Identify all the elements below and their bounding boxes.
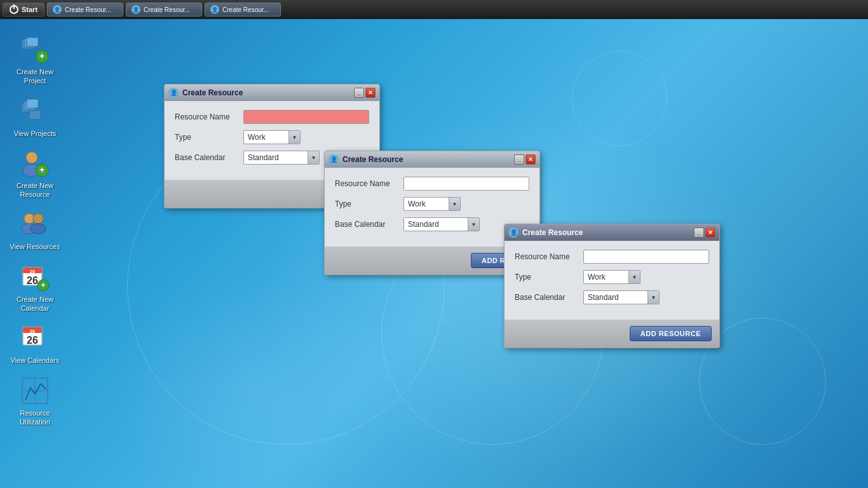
window-1-calendar-select[interactable]: Standard ▼ xyxy=(243,151,320,165)
taskbar-btn-2-label: Create Resour... xyxy=(144,6,190,13)
window-3-body: Resource Name Type Work ▼ Base Calendar … xyxy=(505,241,719,320)
window-2-calendar-select[interactable]: Standard ▼ xyxy=(403,217,480,231)
window-3-titlebar[interactable]: 👤 Create Resource _ ✕ xyxy=(505,224,719,241)
window-3-calendar-select[interactable]: Standard ▼ xyxy=(583,290,660,304)
window-1-calendar-label: Base Calendar xyxy=(175,153,238,162)
sidebar-item-create-new-calendar[interactable]: 26 26 + Create NewCalendar xyxy=(6,259,64,316)
svg-point-16 xyxy=(31,224,46,234)
window-1-controls: _ ✕ xyxy=(354,88,376,98)
window-1-resource-name-row: Resource Name xyxy=(175,110,369,124)
resource-utilization-label: ResourceUtilization xyxy=(20,409,50,427)
window-2-type-label: Type xyxy=(335,200,398,208)
resource-utilization-icon xyxy=(20,376,50,406)
create-new-calendar-label: Create NewCalendar xyxy=(17,295,53,313)
window-3-calendar-value: Standard xyxy=(584,292,648,303)
sidebar-item-create-new-resource[interactable]: + Create NewResource xyxy=(6,146,64,202)
window-3-type-select[interactable]: Work ▼ xyxy=(583,270,641,284)
window-1-title: Create Resource xyxy=(182,88,350,97)
create-new-resource-label: Create NewResource xyxy=(17,181,53,200)
view-calendars-icon: 26 26 xyxy=(20,323,50,353)
create-new-calendar-icon: 26 26 + xyxy=(20,262,50,292)
window-3-type-value: Work xyxy=(584,271,628,283)
window-1-calendar-value: Standard xyxy=(244,152,308,163)
window-2-type-value: Work xyxy=(404,198,449,210)
window-1-resource-name-input[interactable] xyxy=(243,110,369,124)
window-3-resource-name-input[interactable] xyxy=(583,250,709,264)
create-new-project-label: Create NewProject xyxy=(17,67,53,86)
window-3-type-row: Type Work ▼ xyxy=(515,270,709,284)
taskbar-btn-1[interactable]: 👤 Create Resour... xyxy=(47,3,123,17)
window-1-type-label: Type xyxy=(175,133,238,142)
window-3-add-btn[interactable]: ADD RESOURCE xyxy=(630,326,712,341)
window-1-type-value: Work xyxy=(244,132,288,143)
view-projects-label: View Projects xyxy=(14,129,56,138)
window-2-type-arrow[interactable]: ▼ xyxy=(449,198,460,210)
create-new-resource-icon: + xyxy=(20,148,50,179)
window-1-resource-name-label: Resource Name xyxy=(175,112,238,121)
window-1-icon: 👤 xyxy=(168,88,179,98)
window-3-resource-name-label: Resource Name xyxy=(515,252,578,261)
view-projects-icon xyxy=(20,96,50,126)
power-icon xyxy=(10,5,18,14)
window-3-close[interactable]: ✕ xyxy=(705,227,715,238)
window-3-type-arrow[interactable]: ▼ xyxy=(628,271,640,283)
window-1-minimize[interactable]: _ xyxy=(354,88,364,98)
window-3-type-label: Type xyxy=(515,273,578,281)
view-calendars-label: View Calendars xyxy=(11,356,60,365)
svg-text:26: 26 xyxy=(30,329,35,334)
desktop: Start 👤 Create Resour... 👤 Create Resour… xyxy=(0,0,868,488)
window-2-calendar-label: Base Calendar xyxy=(335,220,398,229)
window-1-type-select[interactable]: Work ▼ xyxy=(243,130,301,144)
svg-text:+: + xyxy=(41,281,45,290)
window-3-title: Create Resource xyxy=(522,228,690,237)
window-1-type-row: Type Work ▼ xyxy=(175,130,369,144)
window-2-resource-name-label: Resource Name xyxy=(335,179,398,188)
window-3-footer: ADD RESOURCE xyxy=(505,320,719,348)
start-button[interactable]: Start xyxy=(3,3,44,17)
window-1-calendar-arrow[interactable]: ▼ xyxy=(308,151,319,164)
window-3-icon: 👤 xyxy=(508,227,519,238)
taskbar-icon-3: 👤 xyxy=(210,5,219,14)
window-1-close[interactable]: ✕ xyxy=(365,88,376,98)
start-label: Start xyxy=(22,6,37,13)
sidebar-item-view-calendars[interactable]: 26 26 View Calendars xyxy=(6,320,64,367)
window-2-resource-name-row: Resource Name xyxy=(335,177,529,191)
svg-text:+: + xyxy=(39,51,44,61)
window-3-minimize[interactable]: _ xyxy=(694,227,704,238)
taskbar-icon-1: 👤 xyxy=(53,5,62,14)
sidebar-item-view-projects[interactable]: View Projects xyxy=(6,93,64,140)
window-2-titlebar[interactable]: 👤 Create Resource _ ✕ xyxy=(325,151,539,168)
window-2-controls: _ ✕ xyxy=(514,154,536,165)
svg-rect-2 xyxy=(27,37,38,46)
window-3-calendar-row: Base Calendar Standard ▼ xyxy=(515,290,709,304)
taskbar-btn-2[interactable]: 👤 Create Resour... xyxy=(126,3,202,17)
window-2-calendar-arrow[interactable]: ▼ xyxy=(468,218,479,231)
window-2-calendar-row: Base Calendar Standard ▼ xyxy=(335,217,529,231)
view-resources-icon xyxy=(20,209,50,240)
window-3-calendar-label: Base Calendar xyxy=(515,293,578,302)
svg-point-9 xyxy=(26,152,37,163)
window-2-minimize[interactable]: _ xyxy=(514,154,524,165)
window-2-type-select[interactable]: Work ▼ xyxy=(403,197,461,211)
sidebar-item-create-new-project[interactable]: + Create NewProject xyxy=(6,32,64,88)
taskbar-btn-3-label: Create Resour... xyxy=(222,6,269,13)
window-1-titlebar[interactable]: 👤 Create Resource _ ✕ xyxy=(165,85,379,101)
window-3-calendar-arrow[interactable]: ▼ xyxy=(648,291,659,304)
create-new-project-icon: + xyxy=(20,34,50,65)
svg-text:+: + xyxy=(39,165,44,175)
taskbar-btn-3[interactable]: 👤 Create Resour... xyxy=(205,3,281,17)
sidebar: + Create NewProject View Projects xyxy=(0,25,70,435)
taskbar: Start 👤 Create Resour... 👤 Create Resour… xyxy=(0,0,868,19)
window-2-close[interactable]: ✕ xyxy=(526,154,536,165)
sidebar-item-resource-utilization[interactable]: ResourceUtilization xyxy=(6,373,64,430)
window-1-type-arrow[interactable]: ▼ xyxy=(288,131,300,144)
window-3-resource-name-row: Resource Name xyxy=(515,250,709,264)
window-2-title: Create Resource xyxy=(342,155,510,164)
view-resources-label: View Resources xyxy=(10,242,60,251)
sidebar-item-view-resources[interactable]: View Resources xyxy=(6,207,64,254)
window-2-type-row: Type Work ▼ xyxy=(335,197,529,211)
window-3-controls: _ ✕ xyxy=(694,227,715,238)
window-3: 👤 Create Resource _ ✕ Resource Name Type… xyxy=(504,224,720,348)
taskbar-icon-2: 👤 xyxy=(132,5,140,14)
window-2-resource-name-input[interactable] xyxy=(403,177,529,191)
